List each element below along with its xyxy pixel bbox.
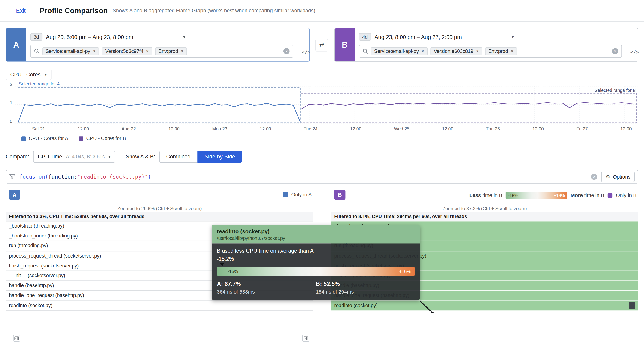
filter-tag[interactable]: Version:5d3c97f4× [102,47,152,56]
filter-summary-b: Filtered to 8.1%, CPU Time: 294ms per 60… [331,212,638,221]
options-button[interactable]: ⚙ Options [602,172,635,182]
remove-tag-icon[interactable]: × [510,48,514,54]
query-input-b[interactable]: Service:email-api-py×Version:e603c819×En… [359,45,622,58]
legend-label-b: CPU - Cores for B [86,136,126,141]
x-tick-label: Sat 21 [32,126,45,132]
time-range-selector-a[interactable]: 3d Aug 20, 5:00 pm – Aug 23, 8:00 pm ▾ [30,31,185,43]
compare-metric-label: CPU Time [38,153,62,160]
chart-legend: CPU - Cores for A CPU - Cores for B [21,136,126,141]
side-by-side-toggle[interactable]: Side-by-Side [198,150,242,162]
clear-query-icon[interactable]: × [284,48,290,54]
tag-label: Env:prod [488,48,508,54]
chevron-down-icon: ▾ [44,72,47,77]
exit-link[interactable]: ← Exit [8,8,26,14]
frame-tooltip: readinto (socket.py) /usr/local/lib/pyth… [212,225,420,300]
timeseries-plot[interactable] [15,84,638,126]
combined-toggle[interactable]: Combined [159,150,198,162]
clear-filter-icon[interactable]: × [591,174,597,180]
zoom-level-text-b: Zoomed to 37.2% (Ctrl + Scroll to zoom) [331,206,638,211]
filter-tag[interactable]: Env:prod× [155,47,187,56]
stat-a: A: 67.7% 364ms of 538ms [217,280,316,295]
remove-tag-icon[interactable]: × [421,48,424,54]
options-label: Options [613,174,630,180]
tag-label: Service:email-api-py [46,48,90,54]
flame-frame[interactable]: readinto (socket.py) [331,300,638,311]
pane-toggle-icon [14,336,19,340]
time-range-label-b: Aug 23, 8:00 pm – Aug 27, 2:00 pm [374,34,462,40]
remove-tag-icon[interactable]: × [181,48,184,54]
tag-list-a: Service:email-api-py×Version:5d3c97f4×En… [42,47,187,56]
x-tick-label: 12:00 [350,126,362,132]
filter-value: "readinto (socket.py)" [77,174,148,180]
frame-menu-icon[interactable]: ⋮ [629,302,635,309]
query-b-content: 4d Aug 23, 8:00 pm – Aug 27, 2:00 pm ▾ S… [355,28,638,61]
chevron-down-icon: ▾ [512,35,514,39]
time-range-label-a: Aug 20, 5:00 pm – Aug 23, 8:00 pm [46,34,133,40]
exit-label: Exit [16,8,26,14]
less-time-text: time in B [482,192,502,198]
search-icon [363,48,368,54]
stat-a-detail: 364ms of 538ms [217,289,316,295]
panel-a-legend: Only in A [283,192,312,198]
y-tick-label: 2 [6,82,12,86]
x-tick-label: Thu 26 [486,126,500,132]
tag-label: Env:prod [158,48,178,54]
filter-tag[interactable]: Env:prod× [485,47,517,56]
filter-tag[interactable]: Version:e603c819× [430,47,482,56]
remove-tag-icon[interactable]: × [476,48,479,54]
stat-b: B: 52.5% 154ms of 294ms [316,280,415,295]
comparison-gradient-bar: -16% +16% [217,268,415,276]
only-in-b-label: Only in B [616,192,636,198]
filter-tag[interactable]: Service:email-api-py× [42,47,99,56]
swap-ab-button[interactable]: ⇄ [316,39,328,51]
query-input-a[interactable]: Service:email-api-py×Version:5d3c97f4×En… [30,45,293,58]
scale-max-label: +16% [399,269,411,274]
collapse-right-pane-button[interactable] [302,335,309,342]
duration-chip-a: 3d [30,33,42,41]
flame-frame[interactable]: readinto (socket.py) [6,300,314,311]
y-tick-label: 0 [6,119,12,124]
show-ab-label: Show A & B: [126,153,155,160]
remove-tag-icon[interactable]: × [146,48,149,54]
stat-b-percent: B: 52.5% [316,280,415,287]
collapse-left-pane-button[interactable] [13,335,20,342]
compare-metric-values: A: 4.04s, B: 3.61s [66,154,105,159]
y-tick-label: 1 [6,100,12,105]
x-tick-label: 12:00 [78,126,89,132]
tooltip-delta: -15.2% [217,256,415,262]
pane-toggle-icon [304,336,308,340]
scale-min-label: -16% [508,193,518,198]
x-tick-label: 12:00 [620,126,632,132]
stat-b-detail: 154ms of 294ms [316,289,415,295]
legend-swatch-b [79,136,84,141]
x-tick-label: Wed 25 [394,126,409,132]
query-box-a: A 3d Aug 20, 5:00 pm – Aug 23, 8:00 pm ▾… [6,28,310,62]
zoom-level-text-a: Zoomed to 29.6% (Ctrl + Scroll to zoom) [6,206,314,211]
profile-comparison-page: ← Exit Profile Comparison Shows A and B … [0,0,644,352]
time-range-selector-b[interactable]: 4d Aug 23, 8:00 pm – Aug 27, 2:00 pm ▾ [359,31,514,43]
code-view-icon[interactable]: </> [630,49,639,55]
selection-rect-b[interactable] [301,93,636,123]
duration-chip-b: 4d [359,33,371,41]
compare-label: Compare: [6,153,29,160]
x-tick-label: 12:00 [260,126,271,132]
code-view-icon[interactable]: </> [302,49,311,55]
topbar: ← Exit Profile Comparison Shows A and B … [0,0,644,22]
metric-selector[interactable]: CPU - Cores ▾ [6,68,51,80]
chevron-down-icon: ▾ [108,154,111,159]
clear-query-icon[interactable]: × [612,48,618,54]
remove-tag-icon[interactable]: × [93,48,96,54]
x-tick-label: Fri 27 [576,126,588,132]
x-tick-label: 12:00 [532,126,544,132]
tag-list-b: Service:email-api-py×Version:e603c819×En… [371,47,517,56]
tooltip-message: B used less CPU time on average than A [217,248,415,254]
tooltip-header: readinto (socket.py) /usr/local/lib/pyth… [212,225,420,244]
profile-b-badge: B [335,28,355,61]
more-time-label: More time in B [570,192,604,198]
flame-filter-bar[interactable]: focus_on(function:"readinto (socket.py)"… [6,170,638,184]
filter-query[interactable]: focus_on(function:"readinto (socket.py)"… [20,174,151,180]
profile-a-badge: A [6,28,26,61]
scale-max-label: +16% [554,193,565,198]
filter-tag[interactable]: Service:email-api-py× [371,47,428,56]
compare-metric-dropdown[interactable]: CPU Time A: 4.04s, B: 3.61s ▾ [33,150,115,162]
